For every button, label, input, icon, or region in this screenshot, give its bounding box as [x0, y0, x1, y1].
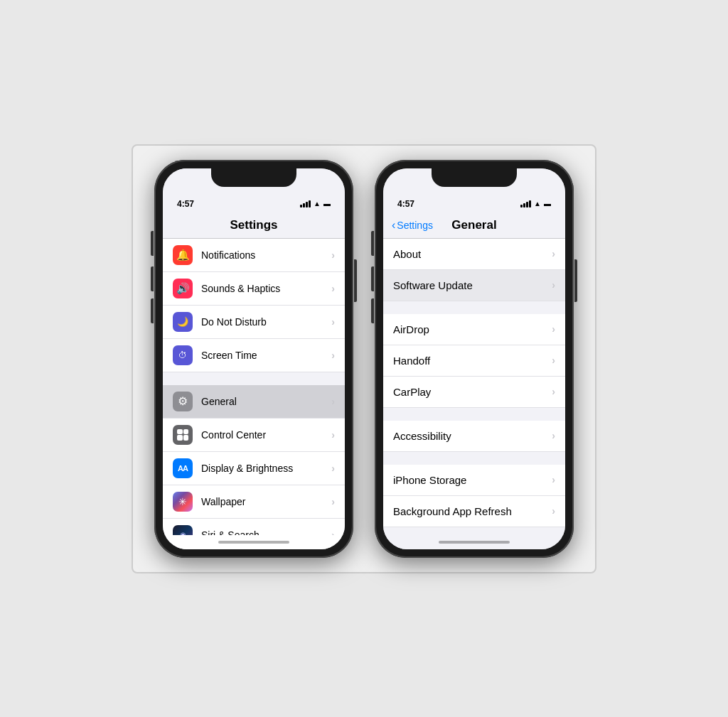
- sounds-icon: 🔊: [173, 279, 193, 298]
- right-iphone: 4:57 ▲ ▬ ‹ Settings General: [375, 160, 574, 558]
- settings-list-right: About › Software Update › AirDrop ›: [383, 239, 565, 535]
- chevron-right-icon: ›: [331, 429, 335, 441]
- wifi-icon-left: ▲: [314, 200, 321, 207]
- chevron-right-icon: ›: [552, 355, 555, 366]
- wifi-icon-right: ▲: [534, 200, 541, 207]
- section-gap: [383, 408, 565, 421]
- status-icons-right: ▲ ▬: [520, 200, 551, 207]
- list-item[interactable]: iPhone Storage ›: [383, 465, 565, 496]
- list-item[interactable]: ◉ Siri & Search ›: [163, 519, 345, 535]
- general-icon: ⚙: [173, 392, 193, 411]
- status-bar-left: 4:57 ▲ ▬: [163, 194, 345, 214]
- displaybrightness-label: Display & Brightness: [201, 463, 331, 474]
- section-1-left: 🔔 Notifications › 🔊 Sounds & Haptics › 🌙…: [163, 239, 345, 372]
- list-item[interactable]: 🔊 Sounds & Haptics ›: [163, 272, 345, 306]
- settings-list-left: 🔔 Notifications › 🔊 Sounds & Haptics › 🌙…: [163, 239, 345, 535]
- list-item[interactable]: CarPlay ›: [383, 377, 565, 408]
- chevron-right-icon: ›: [552, 248, 555, 259]
- back-button[interactable]: ‹ Settings: [392, 219, 433, 232]
- list-item[interactable]: About ›: [383, 239, 565, 270]
- section-1-right: About › Software Update ›: [383, 239, 565, 301]
- accessibility-label: Accessibility: [393, 430, 552, 442]
- controlcenter-icon: [173, 425, 193, 445]
- right-screen: 4:57 ▲ ▬ ‹ Settings General: [383, 168, 565, 549]
- signal-right: [520, 200, 531, 207]
- page-title-left: Settings: [230, 218, 277, 232]
- softwareupdate-label: Software Update: [393, 279, 552, 291]
- nav-bar-left: Settings: [163, 214, 345, 239]
- home-indicator-right: [383, 535, 565, 549]
- list-item[interactable]: ✳ Wallpaper ›: [163, 485, 345, 519]
- list-item[interactable]: Background App Refresh ›: [383, 496, 565, 527]
- chevron-right-icon: ›: [331, 496, 335, 507]
- chevron-right-icon: ›: [331, 249, 335, 261]
- outer-frame: 4:57 ▲ ▬ Settings: [132, 144, 596, 573]
- chevron-right-icon: ›: [331, 463, 335, 474]
- airdrop-label: AirDrop: [393, 323, 552, 335]
- section-gap: [383, 527, 565, 535]
- status-bar-right: 4:57 ▲ ▬: [383, 194, 565, 214]
- chevron-right-icon: ›: [331, 316, 335, 328]
- list-item[interactable]: Control Center ›: [163, 419, 345, 452]
- home-bar-right: [439, 541, 510, 544]
- displaybrightness-icon: AA: [173, 458, 193, 478]
- notch-left: [211, 168, 296, 187]
- notch-area-left: [163, 168, 345, 194]
- iphonestorage-label: iPhone Storage: [393, 474, 552, 486]
- notifications-label: Notifications: [201, 249, 331, 261]
- chevron-right-icon: ›: [552, 386, 555, 397]
- back-chevron-icon: ‹: [392, 219, 395, 232]
- nav-bar-right: ‹ Settings General: [383, 214, 565, 239]
- battery-icon-left: ▬: [323, 200, 331, 207]
- list-item[interactable]: 🌙 Do Not Disturb ›: [163, 306, 345, 339]
- chevron-right-icon: ›: [552, 323, 555, 335]
- signal-left: [300, 200, 311, 207]
- home-bar-left: [218, 541, 289, 544]
- sounds-label: Sounds & Haptics: [201, 283, 331, 294]
- chevron-right-icon: ›: [331, 350, 335, 361]
- left-iphone: 4:57 ▲ ▬ Settings: [154, 160, 353, 558]
- section-gap: [383, 452, 565, 465]
- back-label: Settings: [397, 220, 433, 231]
- list-item[interactable]: 🔔 Notifications ›: [163, 239, 345, 272]
- notch-right: [432, 168, 517, 187]
- list-item[interactable]: Software Update ›: [383, 270, 565, 301]
- siri-label: Siri & Search: [201, 529, 331, 535]
- handoff-label: Handoff: [393, 355, 552, 367]
- section-gap: [163, 372, 345, 385]
- section-3-right: Accessibility ›: [383, 421, 565, 452]
- screentime-label: Screen Time: [201, 350, 331, 361]
- chevron-right-icon: ›: [552, 279, 555, 291]
- left-screen: 4:57 ▲ ▬ Settings: [163, 168, 345, 549]
- time-left: 4:57: [177, 199, 194, 209]
- dnd-icon: 🌙: [173, 312, 193, 332]
- bgapprefresh-label: Background App Refresh: [393, 505, 552, 517]
- chevron-right-icon: ›: [331, 529, 335, 535]
- home-indicator-left: [163, 535, 345, 549]
- status-icons-left: ▲ ▬: [300, 200, 331, 207]
- list-item[interactable]: Accessibility ›: [383, 421, 565, 452]
- battery-icon-right: ▬: [544, 200, 551, 207]
- page-title-right: General: [451, 218, 496, 232]
- notifications-icon: 🔔: [173, 245, 193, 265]
- list-item[interactable]: AirDrop ›: [383, 314, 565, 345]
- section-gap: [383, 301, 565, 314]
- list-item[interactable]: AA Display & Brightness ›: [163, 452, 345, 485]
- chevron-right-icon: ›: [552, 430, 555, 441]
- list-item[interactable]: ⚙ General ›: [163, 385, 345, 419]
- list-item[interactable]: ⏱ Screen Time ›: [163, 339, 345, 372]
- wallpaper-label: Wallpaper: [201, 496, 331, 507]
- controlcenter-label: Control Center: [201, 429, 331, 441]
- section-2-left: ⚙ General › Contro: [163, 385, 345, 535]
- dnd-label: Do Not Disturb: [201, 316, 331, 328]
- screentime-icon: ⏱: [173, 345, 193, 365]
- siri-icon: ◉: [173, 525, 193, 535]
- chevron-right-icon: ›: [552, 474, 555, 485]
- chevron-right-icon: ›: [552, 505, 555, 517]
- wallpaper-icon: ✳: [173, 492, 193, 512]
- section-4-right: iPhone Storage › Background App Refresh …: [383, 465, 565, 527]
- carplay-label: CarPlay: [393, 386, 552, 398]
- notch-area-right: [383, 168, 565, 194]
- list-item[interactable]: Handoff ›: [383, 345, 565, 377]
- about-label: About: [393, 248, 552, 260]
